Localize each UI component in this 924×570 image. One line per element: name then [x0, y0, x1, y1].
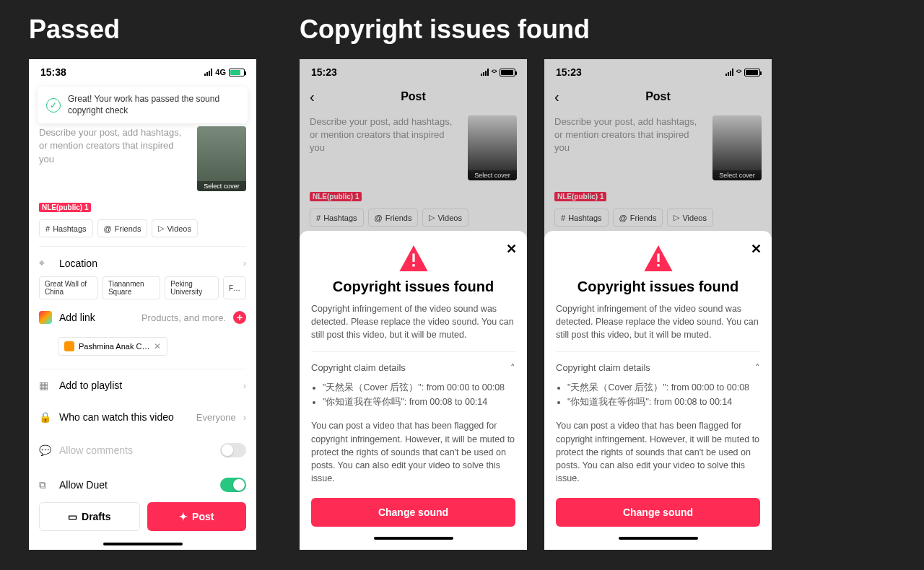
- chevron-right-icon: ›: [243, 258, 246, 268]
- duet-toggle[interactable]: [220, 478, 246, 492]
- copyright-pass-toast: ✓ Great! Your work has passed the sound …: [38, 87, 248, 123]
- claim-list: "天然呆（Cover 后弦）": from 00:00 to 00:08 "你知…: [556, 380, 760, 409]
- close-icon[interactable]: ✕: [751, 241, 762, 257]
- privacy-row[interactable]: 🔒 Who can watch this video Everyone ›: [39, 401, 246, 433]
- comment-icon: 💬: [39, 444, 52, 456]
- phone-passed: 15:38 4G ✓ Great! Your work has passed t…: [29, 59, 256, 550]
- drafts-button[interactable]: ▭Drafts: [39, 502, 140, 531]
- network-label: 4G: [215, 68, 226, 76]
- location-icon: ⌖: [39, 257, 52, 269]
- nle-tag: NLE(public) 1: [39, 203, 91, 212]
- status-time: 15:38: [40, 66, 66, 78]
- svg-rect-2: [657, 253, 659, 261]
- status-bar: 15:38 4G: [29, 63, 256, 81]
- phone-issue-2: 15:23 ⌔ ‹ Post Describe your post, add h…: [544, 59, 772, 550]
- addlink-icon: [39, 311, 52, 324]
- playlist-icon: ▦: [39, 380, 52, 391]
- duet-row: ⧉ Allow Duet: [39, 468, 246, 494]
- svg-rect-1: [412, 264, 414, 266]
- videos-chip[interactable]: ▷Videos: [152, 219, 197, 237]
- claim-item: "你知道我在等你吗": from 00:08 to 00:14: [567, 395, 760, 409]
- chevron-right-icon: ›: [243, 412, 246, 423]
- description-input[interactable]: Describe your post, add hashtags, or men…: [39, 126, 190, 191]
- claim-item: "天然呆（Cover 后弦）": from 00:00 to 00:08: [323, 380, 515, 395]
- sheet-footer: You can post a video that has been flagg…: [311, 419, 515, 485]
- toast-text: Great! Your work has passed the sound co…: [68, 94, 239, 116]
- claim-details-toggle[interactable]: Copyright claim details ˄: [556, 362, 760, 373]
- comments-row: 💬 Allow comments: [39, 433, 246, 468]
- home-indicator: [103, 543, 183, 545]
- link-chip[interactable]: Pashmina Anak C… ✕: [58, 337, 167, 356]
- close-icon[interactable]: ✕: [506, 241, 517, 257]
- loc-sugg-1[interactable]: Tiananmen Square: [103, 276, 160, 299]
- remove-link-icon[interactable]: ✕: [154, 341, 161, 351]
- loc-sugg-3[interactable]: F…: [223, 276, 246, 299]
- alert-icon: [644, 245, 673, 271]
- hash-icon: #: [45, 224, 50, 233]
- check-icon: ✓: [46, 98, 61, 113]
- play-icon: ▷: [158, 224, 164, 233]
- phone-issue-1: 15:23 ⌔ ‹ Post Describe your post, add h…: [300, 59, 527, 550]
- copyright-sheet: ✕ Copyright issues found Copyright infri…: [300, 231, 527, 550]
- copyright-sheet: ✕ Copyright issues found Copyright infri…: [544, 231, 772, 550]
- sheet-body: Copyright infringement of the video soun…: [556, 302, 760, 341]
- duet-icon: ⧉: [39, 479, 52, 491]
- at-icon: @: [104, 224, 112, 233]
- select-cover-label[interactable]: Select cover: [197, 181, 246, 191]
- battery-icon: [229, 69, 245, 76]
- drafts-icon: ▭: [68, 511, 77, 522]
- sheet-footer: You can post a video that has been flagg…: [556, 419, 760, 485]
- home-indicator: [619, 537, 698, 540]
- loc-sugg-2[interactable]: Peking University: [165, 276, 219, 299]
- signal-icon: [204, 69, 212, 76]
- add-link-row[interactable]: Add link Products, and more. +: [39, 302, 246, 333]
- claim-list: "天然呆（Cover 后弦）": from 00:00 to 00:08 "你知…: [311, 380, 515, 409]
- plus-icon[interactable]: +: [233, 311, 246, 324]
- video-thumbnail[interactable]: Select cover: [197, 126, 246, 191]
- hashtags-chip[interactable]: #Hashtags: [39, 219, 93, 237]
- location-row[interactable]: ⌖ Location ›: [39, 247, 246, 279]
- heading-issues: Copyright issues found: [300, 14, 895, 45]
- chevron-up-icon: ˄: [755, 362, 760, 373]
- post-icon: ✦: [179, 511, 188, 522]
- alert-icon: [399, 245, 428, 271]
- svg-rect-3: [657, 264, 659, 266]
- playlist-row[interactable]: ▦ Add to playlist ›: [39, 369, 246, 401]
- friends-chip[interactable]: @Friends: [97, 219, 148, 237]
- chevron-up-icon: ˄: [510, 362, 515, 373]
- heading-passed: Passed: [29, 14, 256, 45]
- loc-sugg-0[interactable]: Great Wall of China: [39, 276, 98, 299]
- sheet-title: Copyright issues found: [311, 279, 515, 295]
- claim-details-toggle[interactable]: Copyright claim details ˄: [311, 362, 515, 373]
- change-sound-button[interactable]: Change sound: [556, 498, 760, 527]
- sheet-title: Copyright issues found: [556, 279, 760, 295]
- lock-icon: 🔒: [39, 411, 52, 423]
- change-sound-button[interactable]: Change sound: [311, 498, 515, 527]
- home-indicator: [374, 537, 453, 540]
- sheet-body: Copyright infringement of the video soun…: [311, 302, 515, 341]
- svg-rect-0: [412, 253, 414, 261]
- shop-icon: [64, 341, 74, 351]
- claim-item: "你知道我在等你吗": from 00:08 to 00:14: [323, 395, 515, 409]
- claim-item: "天然呆（Cover 后弦）": from 00:00 to 00:08: [567, 380, 760, 395]
- chevron-right-icon: ›: [243, 380, 246, 391]
- post-button[interactable]: ✦Post: [147, 502, 247, 531]
- comments-toggle[interactable]: [220, 443, 246, 457]
